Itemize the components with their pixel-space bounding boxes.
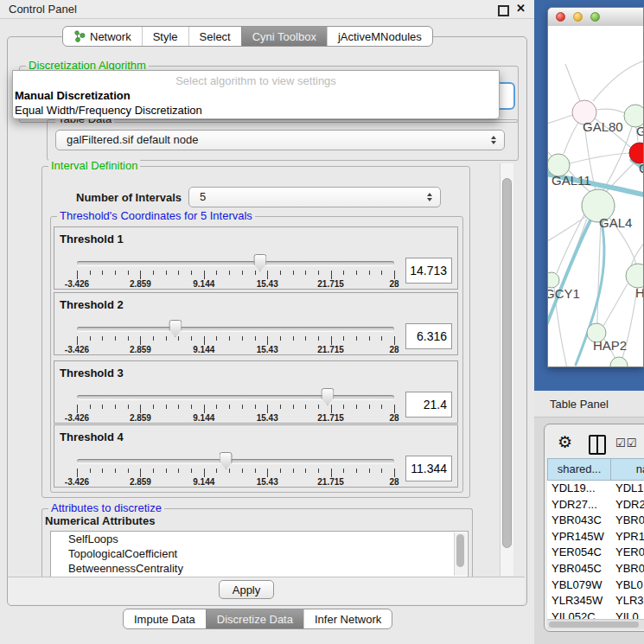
tick-mark [128,405,129,409]
screen: Control Panel ✕ Network Style Select Cyn… [0,0,644,644]
node-right-mid[interactable] [626,264,644,288]
node-label-partial-top: GA [636,124,644,138]
slider-thumb[interactable] [169,320,182,337]
slider-track[interactable] [77,327,394,331]
table-row[interactable]: YIL052CYIL0 [547,609,644,619]
tick-mark [216,271,217,275]
tab-style[interactable]: Style [142,27,188,46]
scrollbar-thumb[interactable] [502,178,512,548]
tick-mark [356,336,357,341]
slider-track[interactable] [77,395,394,399]
tick-mark [128,469,129,473]
node-bottom-partial[interactable] [610,357,628,367]
threshold-2-value-field[interactable]: 6.316 [405,323,452,349]
tick-mark [356,469,357,473]
numerical-attributes-list[interactable]: SelfLoops TopologicalCoefficient Between… [50,531,469,577]
tick-mark [255,336,256,341]
tick-mark [140,469,141,477]
tick-mark [191,405,192,409]
tick-mark [128,336,129,341]
table-row[interactable]: YBR045CYBR0 [547,561,644,577]
tick-mark [128,271,129,275]
tab-infer-network[interactable]: Infer Network [303,609,392,628]
list-item[interactable]: SelfLoops [51,532,468,546]
slider-track[interactable] [77,459,394,463]
tab-select[interactable]: Select [188,27,241,46]
attributes-group-label: Attributes to discretize [48,502,164,514]
tick-mark [280,271,281,275]
threshold-2-slider[interactable] [77,327,394,332]
network-window-titlebar[interactable] [548,8,643,27]
tick-label: 2.859 [130,413,151,423]
list-item[interactable]: TopologicalCoefficient [51,546,468,561]
column-header-shared[interactable]: shared... [547,458,611,481]
control-panel: Control Panel ✕ Network Style Select Cyn… [0,0,534,644]
tick-mark [166,469,167,473]
table-row[interactable]: YER054CYER0 [547,545,644,561]
tick-mark [140,405,141,413]
tab-jactivemnodules[interactable]: jActiveMNodules [327,27,432,46]
tick-mark [77,336,78,345]
slider-thumb[interactable] [321,388,334,405]
tab-network[interactable]: Network [63,27,142,46]
table-row[interactable]: YDR27...YDR2 [547,497,644,513]
tick-mark [166,271,167,275]
close-icon[interactable]: ✕ [516,2,526,15]
scrollbar-thumb[interactable] [549,622,639,628]
tick-label: 15.43 [257,413,278,423]
number-of-intervals-combobox[interactable]: 5 [188,187,441,207]
dropdown-option-equal-width[interactable]: Equal Width/Frequency Discretization [15,104,202,117]
tick-mark [90,336,91,341]
threshold-1-slider[interactable] [77,261,394,266]
threshold-1-value-field[interactable]: 14.713 [405,258,452,284]
tick-mark [394,405,395,413]
algorithm-dropdown-popup: Select algorithm to view settings Manual… [12,70,500,119]
table-row[interactable]: YBL079WYBL0 [547,577,644,594]
zoom-traffic-light-icon[interactable] [590,12,600,22]
threshold-3-slider[interactable] [77,395,394,400]
list-scrollbar[interactable] [454,532,467,576]
threshold-4-value-field[interactable]: 11.344 [405,456,452,481]
slider-track[interactable] [77,261,394,265]
table-horizontal-scrollbar[interactable] [547,619,644,629]
table-row[interactable]: YDL19...YDL1 [547,481,644,497]
tick-mark [242,405,243,409]
apply-button[interactable]: Apply [219,580,274,599]
slider-tick-labels: -3.4262.8599.14415.4321.71528 [77,279,394,290]
slider-tick-labels: -3.4262.8599.14415.4321.71528 [77,413,394,424]
network-view-window[interactable]: GAL80 GA C GAL11 GAL4 GCY1 H HAP2 [547,7,644,367]
tick-mark [267,336,268,345]
tab-discretize-data[interactable]: Discretize Data [206,609,303,628]
close-traffic-light-icon[interactable] [556,12,565,22]
panel-vertical-scrollbar[interactable] [500,163,513,576]
node-table[interactable]: YDL19...YDL1 YDR27...YDR2 YBR043CYBR0 YP… [547,481,644,619]
threshold-3-value-field[interactable]: 21.4 [405,392,452,418]
scrollbar-thumb[interactable] [456,534,464,567]
tick-mark [178,405,179,409]
list-item[interactable]: BetweennessCentrality [51,561,468,576]
dropdown-option-manual[interactable]: Manual Discretization [15,89,131,102]
tick-mark [204,469,205,477]
slider-thumb[interactable] [220,452,233,469]
select-columns-icon[interactable]: ☑☑ [615,437,637,450]
gear-icon[interactable]: ⚙ [558,433,572,452]
node-label-hap2: HAP2 [593,338,627,353]
slider-thumb[interactable] [253,254,266,271]
split-columns-icon[interactable] [589,435,606,455]
table-row[interactable]: YPR145WYPR1 [547,529,644,545]
float-window-icon[interactable] [498,5,509,16]
tick-mark [255,469,256,473]
threshold-4-slider[interactable] [77,459,394,464]
table-data-combobox[interactable]: galFiltered.sif default node [55,130,505,150]
minimize-traffic-light-icon[interactable] [573,12,583,22]
node-label-partial-c: C [639,161,644,175]
column-header-name[interactable]: name [610,458,644,481]
tick-mark [191,336,192,341]
tab-cyni-toolbox[interactable]: Cyni Toolbox [241,27,327,46]
tick-mark [191,469,192,473]
table-row[interactable]: YBR043CYBR0 [547,513,644,529]
network-canvas[interactable]: GAL80 GA C GAL11 GAL4 GCY1 H HAP2 [548,26,644,367]
tab-impute-data[interactable]: Impute Data [124,609,206,628]
tick-mark [305,271,306,275]
table-row[interactable]: YLR345WYLR3 [547,593,644,609]
